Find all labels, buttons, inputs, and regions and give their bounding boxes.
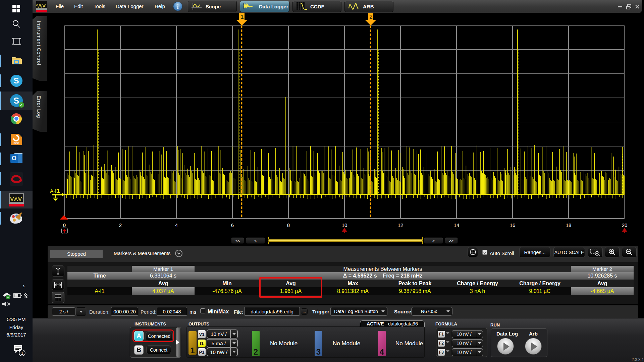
svg-text:2: 2 bbox=[369, 14, 372, 20]
svg-text:1: 1 bbox=[240, 14, 244, 20]
svg-text:1: 1 bbox=[21, 351, 23, 356]
